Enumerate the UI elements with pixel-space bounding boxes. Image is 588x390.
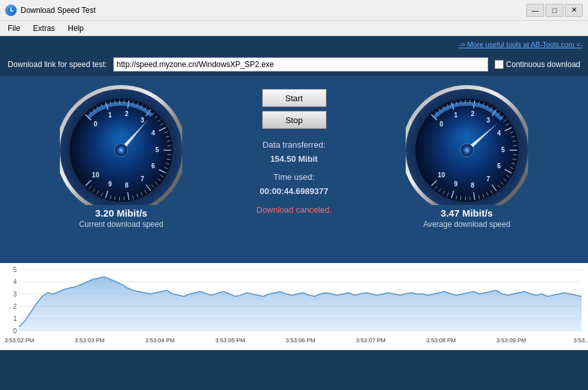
- start-button[interactable]: Start: [262, 89, 327, 107]
- continuous-label: Continuous download: [506, 60, 580, 69]
- top-link-bar: -> More useful tools at AB-Tools.com <-: [0, 36, 588, 53]
- time-value: 00:00:44.6989377: [260, 184, 328, 199]
- center-section: Start Stop Data transferred: 154.50 Mibi…: [230, 83, 359, 215]
- app-icon: [5, 5, 17, 16]
- right-gauge-section: 3.47 Mibit/s Average download speed: [359, 83, 576, 229]
- right-gauge-canvas: [406, 83, 528, 205]
- right-speed-label: Average download speed: [423, 220, 510, 229]
- main-area: -> More useful tools at AB-Tools.com <- …: [0, 36, 588, 350]
- left-gauge-canvas: [60, 83, 182, 205]
- left-gauge-section: 3.20 Mibit/s Current download speed: [13, 83, 230, 229]
- menu-help[interactable]: Help: [62, 23, 89, 34]
- window-title: Download Speed Test: [21, 6, 526, 15]
- status-text: Download canceled.: [256, 205, 332, 215]
- time-label: Time used:: [260, 170, 328, 184]
- data-info: Data transferred: 154.50 Mibit Time used…: [260, 138, 328, 199]
- gauges-row: 3.20 Mibit/s Current download speed Star…: [0, 76, 588, 263]
- transferred-label: Data transferred:: [260, 138, 328, 152]
- left-speed-value: 3.20 Mibit/s: [95, 208, 147, 219]
- ab-tools-link[interactable]: -> More useful tools at AB-Tools.com <-: [459, 41, 583, 48]
- continuous-row: Continuous download: [495, 60, 580, 69]
- url-row: Download link for speed test: Continuous…: [0, 53, 588, 76]
- chart-area: [0, 263, 588, 350]
- maximize-button[interactable]: □: [545, 4, 564, 17]
- left-speed-label: Current download speed: [79, 220, 164, 229]
- menu-bar: File Extras Help: [0, 21, 588, 36]
- title-bar: Download Speed Test — □ ✕: [0, 0, 588, 21]
- continuous-checkbox[interactable]: [495, 60, 504, 69]
- window-controls: — □ ✕: [526, 4, 583, 17]
- transferred-value: 154.50 Mibit: [260, 152, 328, 166]
- minimize-button[interactable]: —: [526, 4, 544, 17]
- url-input[interactable]: [113, 57, 488, 72]
- url-label: Download link for speed test:: [8, 60, 107, 69]
- close-button[interactable]: ✕: [565, 4, 583, 17]
- speed-chart: [0, 263, 588, 350]
- menu-extras[interactable]: Extras: [28, 23, 60, 34]
- stop-button[interactable]: Stop: [262, 111, 327, 129]
- menu-file[interactable]: File: [3, 23, 25, 34]
- right-speed-value: 3.47 Mibit/s: [441, 208, 493, 219]
